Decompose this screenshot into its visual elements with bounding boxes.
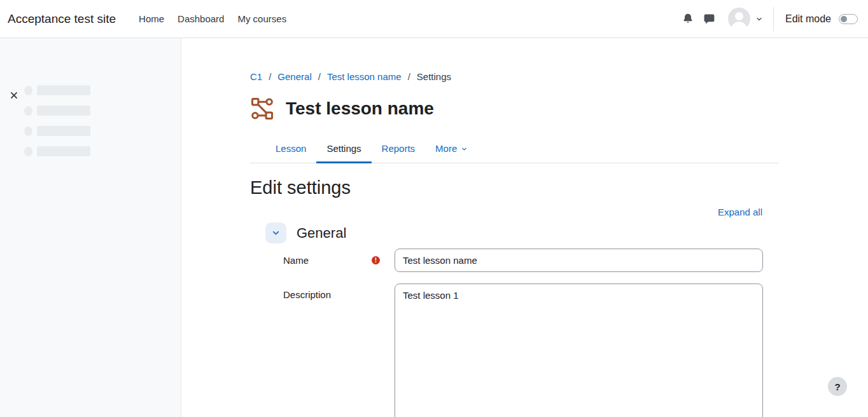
breadcrumb-separator: /	[318, 71, 321, 82]
help-button[interactable]: ?	[828, 377, 847, 396]
form-row-description: Description Test lesson 1	[283, 284, 779, 417]
form-heading: Edit settings	[250, 177, 779, 198]
name-label-col: Name !	[283, 255, 395, 266]
tab-lesson[interactable]: Lesson	[265, 137, 316, 163]
page-header: Test lesson name	[250, 97, 779, 121]
navbar-divider	[773, 7, 774, 31]
breadcrumb-activity[interactable]: Test lesson name	[327, 71, 402, 82]
skeleton-row	[24, 126, 181, 136]
section-general-header: General	[265, 222, 779, 243]
avatar	[728, 8, 750, 30]
activity-tabs-bar: Lesson Settings Reports More	[250, 137, 779, 163]
skeleton-row	[24, 106, 181, 116]
skeleton-row	[24, 85, 181, 95]
nav-item-home[interactable]: Home	[139, 13, 164, 24]
section-title: General	[297, 225, 346, 242]
edit-mode-toggle[interactable]	[839, 14, 858, 24]
page-title: Test lesson name	[286, 99, 434, 119]
breadcrumb-separator: /	[269, 71, 271, 82]
collapse-section-button[interactable]	[265, 222, 286, 243]
top-navbar: Acceptance test site Home Dashboard My c…	[0, 0, 868, 38]
description-textarea[interactable]: Test lesson 1	[395, 284, 763, 417]
close-drawer-button[interactable]	[8, 90, 20, 101]
form-row-name: Name !	[283, 249, 779, 272]
course-index-drawer	[0, 38, 181, 417]
lesson-branching-icon	[250, 97, 274, 121]
exclamation-circle-icon: !	[372, 256, 380, 264]
breadcrumb-course[interactable]: C1	[250, 71, 262, 82]
primary-nav: Home Dashboard My courses	[139, 13, 286, 24]
name-input[interactable]	[395, 249, 763, 272]
loading-skeleton	[24, 85, 181, 156]
chat-bubble-icon	[703, 13, 715, 25]
expand-all-row: Expand all	[250, 207, 779, 218]
main-content: C1 / General / Test lesson name / Settin…	[181, 38, 868, 417]
chevron-down-icon	[755, 15, 763, 23]
tab-more[interactable]: More	[425, 137, 478, 163]
breadcrumb-section[interactable]: General	[277, 71, 311, 82]
close-x-icon	[10, 91, 18, 100]
chevron-down-icon	[271, 228, 281, 238]
breadcrumb-separator: /	[408, 71, 410, 82]
chevron-down-icon	[461, 146, 468, 153]
skeleton-row	[24, 146, 181, 156]
messages-button[interactable]	[699, 8, 720, 30]
notifications-button[interactable]	[677, 8, 699, 30]
activity-tabs: Lesson Settings Reports More	[265, 137, 779, 163]
name-label: Name	[283, 255, 309, 266]
edit-mode-label: Edit mode	[785, 13, 831, 25]
expand-all-link[interactable]: Expand all	[718, 207, 762, 217]
site-brand[interactable]: Acceptance test site	[8, 12, 116, 26]
nav-item-my-courses[interactable]: My courses	[237, 13, 286, 24]
navbar-right: Edit mode	[677, 7, 858, 31]
bell-icon	[682, 13, 694, 25]
breadcrumb-current: Settings	[417, 71, 451, 82]
breadcrumb: C1 / General / Test lesson name / Settin…	[250, 71, 779, 82]
tab-reports[interactable]: Reports	[372, 137, 426, 163]
description-label: Description	[283, 289, 331, 300]
edit-mode-control: Edit mode	[785, 13, 858, 25]
tab-settings[interactable]: Settings	[316, 137, 371, 163]
tab-more-label: More	[435, 143, 457, 154]
description-label-col: Description	[283, 284, 395, 300]
question-mark-icon: ?	[834, 381, 840, 392]
user-menu[interactable]	[728, 8, 763, 30]
nav-item-dashboard[interactable]: Dashboard	[178, 13, 224, 24]
